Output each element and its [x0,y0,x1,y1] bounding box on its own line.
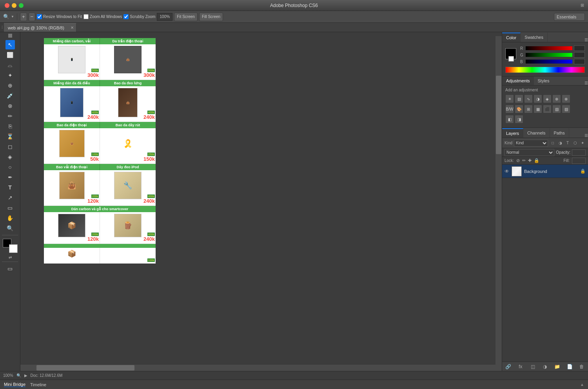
layer-visibility-icon[interactable]: 👁 [505,169,509,174]
type-tool[interactable]: T [5,183,15,192]
tab-channels[interactable]: Channels [523,128,550,138]
lock-paint-icon[interactable]: ✏ [522,158,526,163]
color-spectrum[interactable] [505,67,585,73]
scrubby-zoom-checkbox[interactable] [123,14,129,19]
background-color-swatch[interactable] [508,56,514,62]
adjustments-options[interactable]: ☰ [584,81,588,85]
bw-icon[interactable]: B/W [505,105,514,113]
pixel-layer-icon[interactable]: □ [550,140,556,146]
add-mask-button[interactable]: ◫ [529,363,537,370]
blend-mode-select[interactable]: Normal [505,149,554,156]
fill-input[interactable]: 100% [572,158,586,164]
layer-item-background[interactable]: 👁 Background 🔒 [502,165,588,178]
resize-windows-label[interactable]: Resize Windows to Fit [37,14,82,19]
gradient-tool[interactable]: ◈ [5,152,15,162]
zoom-all-checkbox[interactable] [83,14,89,19]
layer-kind-select[interactable]: Kind [514,140,548,147]
channel-mixer-icon[interactable]: ⊞ [524,105,533,113]
maximize-button[interactable] [19,3,24,8]
horizontal-scrollbar-thumb[interactable] [36,365,134,371]
doc-size-arrow[interactable]: ▶ [24,373,27,378]
vertical-scrollbar[interactable] [495,36,502,365]
hsl-icon[interactable]: ⊕ [552,95,561,103]
hand-tool[interactable]: ✋ [5,213,15,223]
exposure-icon[interactable]: ◑ [534,95,542,103]
link-layers-button[interactable]: 🔗 [505,363,512,370]
zoom-level-icon[interactable]: 🔍 [16,373,21,378]
screen-mode-button[interactable]: ▭ [5,264,15,273]
blue-slider[interactable] [526,60,572,64]
horizontal-scrollbar[interactable] [20,365,495,371]
levels-icon[interactable]: ▤ [515,95,523,103]
heal-tool[interactable]: ⊗ [5,101,15,111]
move-tool[interactable]: ↖ [5,40,15,49]
opacity-input[interactable]: 100% [572,149,586,156]
new-group-button[interactable]: 📁 [554,363,561,370]
document-tab-close[interactable]: ✕ [71,25,74,30]
dodge-tool[interactable]: ○ [5,162,15,172]
clone-stamp-tool[interactable]: ⎘ [5,122,15,131]
adjustment-layer-icon[interactable]: ◑ [557,140,563,146]
magic-wand-tool[interactable]: ✦ [5,71,15,80]
lasso-tool[interactable]: ⌓ [5,60,15,70]
resize-windows-checkbox[interactable] [37,14,42,19]
vertical-scrollbar-thumb[interactable] [496,76,501,154]
brush-tool[interactable]: ✏ [5,111,15,121]
window-controls[interactable] [5,3,24,8]
tab-swatches[interactable]: Swatches [521,33,548,42]
minimize-button[interactable] [12,3,16,8]
type-layer-icon[interactable]: T [564,140,571,146]
zoom-tool[interactable]: 🔍 [5,224,15,233]
fill-screen-button[interactable]: Fill Screen [199,13,223,21]
red-slider[interactable] [526,46,572,50]
add-style-button[interactable]: fx [517,363,524,370]
vibrance-icon[interactable]: ◈ [543,95,552,103]
color-balance-icon[interactable]: ⊗ [562,95,570,103]
bottom-panel-collapse[interactable]: ▲ [580,382,584,387]
background-color[interactable] [9,244,18,253]
new-adjustment-button[interactable]: ◑ [541,363,549,370]
green-slider[interactable] [526,53,572,57]
delete-layer-button[interactable]: 🗑 [578,363,586,370]
history-brush-tool[interactable]: ⌛ [5,132,15,141]
zoom-all-label[interactable]: Zoom All Windows [83,14,122,19]
marquee-tool[interactable]: ⬜ [5,50,15,60]
path-selection-tool[interactable]: ↗ [5,193,15,202]
gradient-map-icon[interactable]: ◧ [505,115,514,124]
layers-options[interactable]: ☰ [584,133,588,138]
workspace-dropdown[interactable]: Essentials [554,13,585,21]
color-panel-options[interactable]: ☰ [584,38,588,42]
lock-all-icon[interactable]: 🔒 [534,158,539,163]
zoom-tool-icon[interactable]: 🔍 [3,14,9,20]
shape-layer-icon[interactable]: ⬡ [572,140,578,146]
switch-colors-icon[interactable]: ⇄ [9,255,12,260]
color-boxes[interactable] [3,239,18,253]
close-button[interactable] [5,3,9,8]
zoom-tool-arrow[interactable]: ▼ [11,15,14,18]
tab-layers[interactable]: Layers [502,128,523,138]
invert-icon[interactable]: ⬛ [543,105,552,113]
tab-adjustments[interactable]: Adjustments [502,76,534,85]
posterize-icon[interactable]: ▧ [552,105,561,113]
blue-input[interactable]: 0 [574,59,585,64]
mini-bridge-tab[interactable]: Mini Bridge [4,382,25,387]
brightness-contrast-icon[interactable]: ☀ [505,95,514,103]
selective-color-icon[interactable]: ◨ [515,115,523,124]
lock-transparent-icon[interactable]: ⊘ [516,158,520,163]
zoom-in-button[interactable]: + [20,13,27,21]
tab-color[interactable]: Color [502,33,521,42]
curves-icon[interactable]: ∿ [524,95,533,103]
green-input[interactable]: 0 [574,52,585,58]
lock-position-icon[interactable]: ✚ [528,158,532,163]
pen-tool[interactable]: ✒ [5,173,15,182]
red-input[interactable]: 0 [574,45,585,51]
color-lookup-icon[interactable]: ▦ [534,105,542,113]
tab-paths[interactable]: Paths [550,128,569,138]
eyedropper-tool[interactable]: 💉 [5,91,15,100]
zoom-out-button[interactable]: − [29,13,36,21]
eraser-tool[interactable]: ◻ [5,142,15,151]
scrubby-zoom-label[interactable]: Scrubby Zoom [123,14,155,19]
tab-styles[interactable]: Styles [534,76,554,85]
photo-filter-icon[interactable]: 🎨 [515,105,523,113]
smart-object-icon[interactable]: ✦ [579,140,586,146]
